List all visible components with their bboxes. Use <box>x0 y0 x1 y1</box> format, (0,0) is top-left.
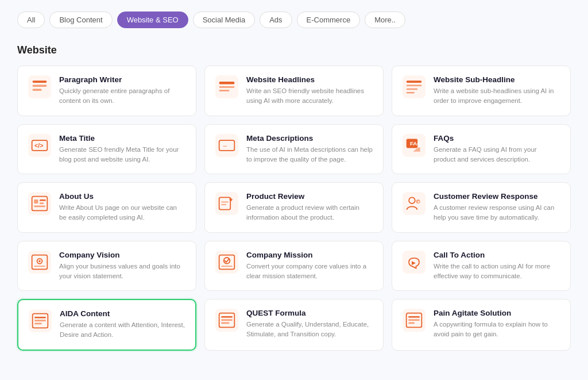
companymission-icon <box>215 251 238 274</box>
svg-text:★: ★ <box>417 199 420 204</box>
svg-rect-4 <box>219 86 235 88</box>
card-meta-title[interactable]: </> Meta TitleGenerate SEO frendly Meta … <box>17 124 196 175</box>
filter-btn-more[interactable]: More.. <box>365 11 405 28</box>
card-desc-company-vision: Align your business values and goals int… <box>59 262 185 282</box>
cards-grid: Paragraph WriterQuickly generate entire … <box>17 66 571 351</box>
svg-text:↔: ↔ <box>222 143 228 149</box>
svg-rect-3 <box>219 82 235 84</box>
card-title-meta-descriptions: Meta Descriptions <box>246 134 373 143</box>
svg-rect-19 <box>40 202 44 204</box>
card-desc-meta-title: Generate SEO frendly Meta Title for your… <box>59 145 185 165</box>
card-company-vision[interactable]: Company VisionAlign your business values… <box>17 241 196 291</box>
svg-rect-24 <box>221 204 226 205</box>
svg-text:▶: ▶ <box>412 259 416 265</box>
card-website-headlines[interactable]: Website HeadlinesWrite an SEO friendly w… <box>204 66 384 116</box>
filter-btn-social[interactable]: Social Media <box>193 11 255 28</box>
svg-rect-37 <box>34 317 46 318</box>
card-aida-content[interactable]: AIDA ContentGenerate a content with Atte… <box>17 299 196 351</box>
metatitle-icon: </> <box>28 134 51 157</box>
card-desc-product-review: Generate a product review with certain i… <box>246 203 373 223</box>
customerreview-icon: ★ <box>403 192 425 215</box>
svg-rect-6 <box>407 80 422 83</box>
svg-rect-41 <box>221 316 233 318</box>
calltoaction-icon: ▶ <box>403 251 425 274</box>
card-quest-formula[interactable]: QUEST FormulaGenerate a Qualify, Underst… <box>204 299 384 351</box>
filter-btn-website[interactable]: Website & SEO <box>117 11 188 28</box>
card-title-website-headlines: Website Headlines <box>246 75 373 84</box>
card-desc-faqs: Generate a FAQ using AI from your produc… <box>434 145 560 165</box>
svg-rect-0 <box>33 80 47 83</box>
svg-rect-43 <box>221 323 229 324</box>
card-title-aida-content: AIDA Content <box>60 309 185 318</box>
filter-btn-blog[interactable]: Blog Content <box>49 11 112 28</box>
subheadline-icon <box>403 75 425 98</box>
paragraph-icon <box>28 75 51 98</box>
card-customer-review-response[interactable]: ★ Customer Review ResponseA customer rev… <box>392 182 571 233</box>
card-title-paragraph-writer: Paragraph Writer <box>59 75 185 84</box>
svg-rect-5 <box>219 90 230 91</box>
svg-rect-18 <box>40 199 46 201</box>
card-title-customer-review-response: Customer Review Response <box>434 192 560 201</box>
pain-icon <box>403 309 425 332</box>
headline-icon <box>215 75 238 98</box>
faq-icon: FAQ <box>403 134 425 157</box>
card-call-to-action[interactable]: ▶ Call To ActionWrite the call to action… <box>392 241 571 291</box>
card-title-about-us: About Us <box>59 192 185 201</box>
aida-icon <box>29 309 52 332</box>
card-faqs[interactable]: FAQ FAQsGenerate a FAQ using AI from you… <box>392 124 571 175</box>
svg-point-30 <box>38 260 41 262</box>
card-product-review[interactable]: Product ReviewGenerate a product review … <box>204 182 384 233</box>
card-desc-call-to-action: Write the call to action using AI for mo… <box>434 262 560 282</box>
svg-rect-23 <box>221 201 228 202</box>
card-title-meta-title: Meta Title <box>59 134 185 143</box>
filter-btn-all[interactable]: All <box>17 11 45 28</box>
companyvision-icon <box>28 251 51 274</box>
card-company-mission[interactable]: Company MissionConvert your company core… <box>204 241 384 291</box>
filter-btn-ecommerce[interactable]: E-Commerce <box>297 11 361 28</box>
svg-text:FAQ: FAQ <box>410 140 421 147</box>
card-website-sub-headline[interactable]: Website Sub-HeadlineWrite a website sub-… <box>392 66 571 116</box>
svg-rect-34 <box>221 266 233 267</box>
card-desc-aida-content: Generate a content with Attention, Inter… <box>60 320 185 340</box>
card-desc-paragraph-writer: Quickly generate entire paragraphs of co… <box>59 86 185 106</box>
card-title-pain-agitate-solution: Pain Agitate Solution <box>434 309 560 317</box>
card-title-company-vision: Company Vision <box>59 251 185 259</box>
svg-point-25 <box>409 197 415 204</box>
svg-rect-2 <box>33 89 42 91</box>
card-desc-customer-review-response: A customer review response using AI can … <box>434 203 560 223</box>
svg-rect-47 <box>408 323 415 324</box>
svg-rect-1 <box>33 85 47 87</box>
svg-rect-17 <box>34 199 38 204</box>
svg-rect-20 <box>34 206 45 208</box>
svg-rect-46 <box>408 319 420 321</box>
card-about-us[interactable]: About UsWrite About Us page on our websi… <box>17 182 196 233</box>
card-desc-website-sub-headline: Write a website sub-headlines using AI i… <box>434 86 560 106</box>
filter-btn-ads[interactable]: Ads <box>260 11 292 28</box>
metadesc-icon: ↔ <box>215 134 238 157</box>
card-paragraph-writer[interactable]: Paragraph WriterQuickly generate entire … <box>17 66 196 116</box>
card-meta-descriptions[interactable]: ↔ Meta DescriptionsThe use of AI in Meta… <box>204 124 384 175</box>
productreview-icon <box>215 192 238 215</box>
svg-rect-39 <box>34 323 41 325</box>
card-title-website-sub-headline: Website Sub-Headline <box>434 75 560 84</box>
card-desc-about-us: Write About Us page on our website can b… <box>59 203 185 223</box>
svg-rect-8 <box>407 89 418 90</box>
quest-icon <box>215 309 238 332</box>
card-title-company-mission: Company Mission <box>246 251 373 259</box>
svg-rect-42 <box>221 319 233 321</box>
card-pain-agitate-solution[interactable]: Pain Agitate SolutionA copywriting formu… <box>392 299 571 351</box>
svg-rect-21 <box>219 197 231 209</box>
svg-rect-38 <box>34 320 46 321</box>
filter-bar: AllBlog ContentWebsite & SEOSocial Media… <box>17 11 571 28</box>
svg-text:</>: </> <box>34 142 43 149</box>
section-title: Website <box>17 44 571 56</box>
aboutus-icon <box>28 192 51 215</box>
card-desc-company-mission: Convert your company core values into a … <box>246 262 373 282</box>
svg-rect-9 <box>407 92 415 94</box>
card-desc-website-headlines: Write an SEO friendly website headlines … <box>246 86 373 106</box>
card-desc-quest-formula: Generate a Qualify, Understand, Educate,… <box>246 320 373 340</box>
svg-rect-7 <box>407 85 422 86</box>
card-desc-pain-agitate-solution: A copywriting formula to explain how to … <box>434 320 560 340</box>
svg-rect-31 <box>34 266 45 267</box>
card-title-faqs: FAQs <box>434 134 560 143</box>
